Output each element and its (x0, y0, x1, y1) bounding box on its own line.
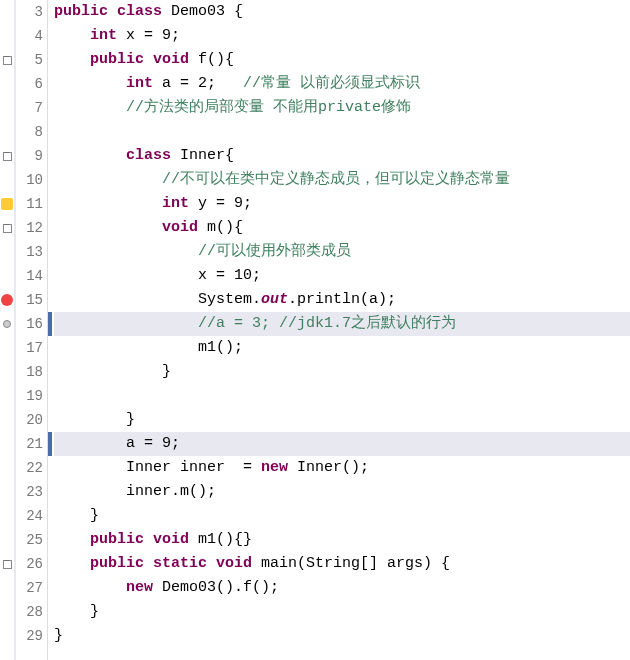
code-token (54, 243, 198, 260)
code-line[interactable]: //方法类的局部变量 不能用private修饰 (54, 96, 630, 120)
gutter-marker (0, 600, 14, 624)
breakpoint-icon[interactable] (3, 320, 11, 328)
code-token: f(){ (189, 51, 234, 68)
gutter-marker[interactable] (0, 192, 14, 216)
code-line[interactable]: } (54, 360, 630, 384)
code-token (54, 171, 162, 188)
line-number: 8 (16, 120, 43, 144)
code-line[interactable]: } (54, 408, 630, 432)
code-line[interactable]: int x = 9; (54, 24, 630, 48)
code-line[interactable]: void m(){ (54, 216, 630, 240)
code-token: } (54, 411, 135, 428)
code-area[interactable]: public class Demo03 { int x = 9; public … (48, 0, 630, 660)
gutter-marker[interactable] (0, 288, 14, 312)
gutter-marker[interactable] (0, 216, 14, 240)
code-token (54, 531, 90, 548)
code-token: Demo03().f(); (153, 579, 279, 596)
gutter-marker (0, 456, 14, 480)
gutter-marker (0, 0, 14, 24)
code-line[interactable]: int a = 2; //常量 以前必须显式标识 (54, 72, 630, 96)
fold-icon[interactable] (3, 560, 12, 569)
code-line[interactable]: public class Demo03 { (54, 0, 630, 24)
line-number: 25 (16, 528, 43, 552)
line-number: 20 (16, 408, 43, 432)
code-line[interactable]: } (54, 624, 630, 648)
code-token: int (126, 75, 153, 92)
code-line[interactable]: public static void main(String[] args) { (54, 552, 630, 576)
highlight-bar (48, 312, 52, 336)
code-token: y = 9; (189, 195, 252, 212)
line-number: 23 (16, 480, 43, 504)
code-line[interactable]: new Demo03().f(); (54, 576, 630, 600)
code-token (54, 75, 126, 92)
code-token (54, 219, 162, 236)
code-token: a = 9; (54, 435, 180, 452)
code-line[interactable]: Inner inner = new Inner(); (54, 456, 630, 480)
code-line[interactable]: inner.m(); (54, 480, 630, 504)
gutter-marker[interactable] (0, 48, 14, 72)
code-token: void (216, 555, 252, 572)
code-token: public (54, 3, 108, 20)
fold-icon[interactable] (3, 224, 12, 233)
code-token: Inner(); (288, 459, 369, 476)
code-token: Inner inner = (54, 459, 261, 476)
line-number: 28 (16, 600, 43, 624)
gutter-marker[interactable] (0, 144, 14, 168)
code-token: Demo03 { (162, 3, 243, 20)
code-line[interactable]: a = 9; (54, 432, 630, 456)
code-line[interactable]: m1(); (54, 336, 630, 360)
fold-icon[interactable] (3, 152, 12, 161)
line-number: 27 (16, 576, 43, 600)
code-line[interactable] (54, 384, 630, 408)
code-token: public (90, 531, 144, 548)
code-token: class (126, 147, 171, 164)
code-token (144, 51, 153, 68)
code-token: //方法类的局部变量 不能用private修饰 (126, 99, 411, 116)
code-line[interactable]: //a = 3; //jdk1.7之后默认的行为 (54, 312, 630, 336)
line-number: 12 (16, 216, 43, 240)
line-number: 15 (16, 288, 43, 312)
code-line[interactable]: System.out.println(a); (54, 288, 630, 312)
code-token (207, 555, 216, 572)
code-line[interactable]: class Inner{ (54, 144, 630, 168)
code-token: m(){ (198, 219, 243, 236)
code-token (54, 195, 162, 212)
warning-icon[interactable] (1, 198, 13, 210)
code-line[interactable]: //不可以在类中定义静态成员，但可以定义静态常量 (54, 168, 630, 192)
code-line[interactable]: x = 10; (54, 264, 630, 288)
code-line[interactable]: public void m1(){} (54, 528, 630, 552)
gutter-marker (0, 576, 14, 600)
line-number: 10 (16, 168, 43, 192)
code-line[interactable]: } (54, 600, 630, 624)
code-token: //不可以在类中定义静态成员，但可以定义静态常量 (162, 171, 510, 188)
fold-icon[interactable] (3, 56, 12, 65)
gutter-marker (0, 72, 14, 96)
gutter-marker (0, 240, 14, 264)
gutter-marker[interactable] (0, 552, 14, 576)
code-editor[interactable]: 3456789101112131415161718192021222324252… (0, 0, 630, 660)
code-token: //可以使用外部类成员 (198, 243, 351, 260)
code-token: m1(); (54, 339, 243, 356)
line-number: 29 (16, 624, 43, 648)
code-token: a = 2; (153, 75, 243, 92)
code-token: x = 10; (54, 267, 261, 284)
code-line[interactable] (54, 120, 630, 144)
code-token: //a = 3; //jdk1.7之后默认的行为 (198, 315, 456, 332)
gutter-marker (0, 24, 14, 48)
error-icon[interactable] (1, 294, 13, 306)
code-token: main(String[] args) { (252, 555, 450, 572)
code-line[interactable]: int y = 9; (54, 192, 630, 216)
code-token: public (90, 555, 144, 572)
code-token: void (153, 531, 189, 548)
gutter-marker (0, 528, 14, 552)
line-number: 21 (16, 432, 43, 456)
highlight-bar (48, 432, 52, 456)
code-line[interactable]: //可以使用外部类成员 (54, 240, 630, 264)
gutter-marker (0, 624, 14, 648)
line-number: 13 (16, 240, 43, 264)
gutter-marker[interactable] (0, 312, 14, 336)
code-token: int (162, 195, 189, 212)
code-line[interactable]: public void f(){ (54, 48, 630, 72)
code-token: void (153, 51, 189, 68)
code-line[interactable]: } (54, 504, 630, 528)
